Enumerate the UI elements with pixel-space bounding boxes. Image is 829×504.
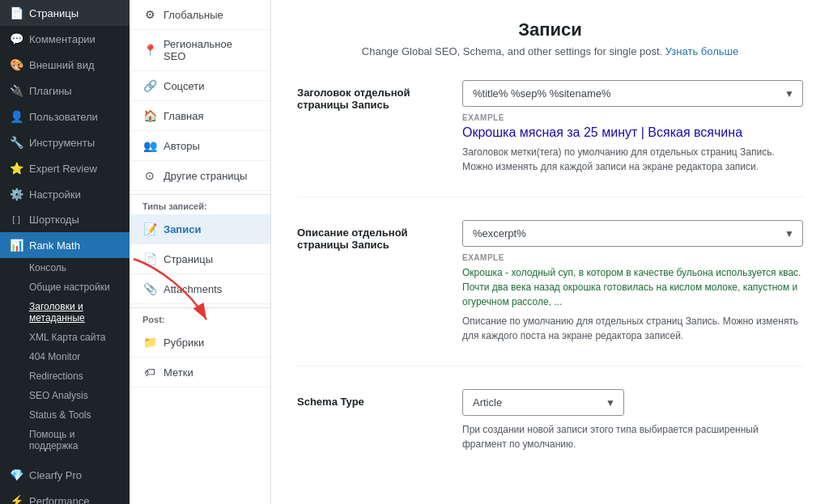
sidebar-item-comments[interactable]: 💬 Комментарии — [0, 26, 130, 52]
home-nav-icon: 🏠 — [142, 109, 157, 122]
post-section-label: Post: — [130, 307, 270, 328]
submenu-sitemap[interactable]: XML Карта сайта — [0, 328, 130, 347]
title-example-desc: Заголовок метки(тега) по умолчанию для о… — [462, 145, 803, 174]
submenu-seo-analysis[interactable]: SEO Analysis — [0, 386, 130, 405]
sidebar-item-plugins[interactable]: 🔌 Плагины — [0, 78, 130, 104]
excerpt-example-text: Окрошка - холодный суп, в котором в каче… — [462, 265, 803, 309]
clearfy-icon: 💎 — [10, 468, 23, 481]
nav-categories[interactable]: 📁 Рубрики — [130, 328, 270, 358]
nav-other-pages[interactable]: ⊙ Другие страницы — [130, 161, 270, 191]
sidebar-item-expert-review[interactable]: ⭐ Expert Review — [0, 155, 130, 181]
sidebar-item-clearfy[interactable]: 💎 Clearfy Pro — [0, 462, 130, 488]
settings-icon: ⚙️ — [10, 188, 23, 201]
nav-posts[interactable]: 📝 Записи — [130, 214, 270, 244]
sidebar-label-comments: Комментарии — [29, 33, 96, 45]
title-example-label: EXAMPLE — [462, 113, 803, 122]
sidebar-item-rank-math[interactable]: 📊 Rank Math — [0, 232, 130, 258]
sidebar-label-pages: Страницы — [29, 7, 79, 19]
sidebar-item-settings[interactable]: ⚙️ Настройки — [0, 181, 130, 207]
title-field-control: ▼ EXAMPLE Окрошка мясная за 25 минут | В… — [462, 80, 803, 177]
sidebar-item-performance[interactable]: ⚡ Performance — [0, 488, 130, 504]
sidebar-item-appearance[interactable]: 🎨 Внешний вид — [0, 52, 130, 78]
title-select-wrapper: ▼ — [462, 80, 803, 107]
schema-select[interactable]: Article BlogPosting NewsArticle None — [463, 390, 623, 415]
nav-label-categories: Рубрики — [164, 337, 204, 349]
sidebar-label-tools: Инструменты — [29, 137, 95, 149]
expert-icon: ⭐ — [10, 162, 23, 175]
sidebar-item-shortcodes[interactable]: [] Шорткоды — [0, 207, 130, 232]
schema-example-desc: При создании новой записи этого типа выб… — [462, 422, 803, 451]
appearance-icon: 🎨 — [10, 58, 23, 71]
sidebar-item-users[interactable]: 👤 Пользователи — [0, 104, 130, 129]
content-panel: Записи Change Global SEO, Schema, and ot… — [271, 0, 829, 504]
tools-icon: 🔧 — [10, 136, 23, 149]
sidebar-label-performance: Performance — [29, 495, 89, 505]
submenu-404[interactable]: 404 Monitor — [0, 347, 130, 366]
sidebar-label-clearfy: Clearfy Pro — [29, 469, 82, 481]
nav-attachments[interactable]: 📎 Attachments — [130, 274, 270, 304]
pages-icon: 📄 — [10, 6, 23, 19]
page-subtitle: Change Global SEO, Schema, and other set… — [297, 45, 803, 57]
sidebar-label-expert: Expert Review — [29, 163, 97, 175]
desc-input[interactable] — [463, 221, 802, 246]
attachments-nav-icon: 📎 — [142, 282, 157, 295]
sidebar-label-shortcodes: Шорткоды — [29, 214, 79, 226]
nav-authors[interactable]: 👥 Авторы — [130, 131, 270, 161]
local-seo-nav-icon: 📍 — [142, 44, 157, 57]
sidebar-label-settings: Настройки — [29, 188, 81, 201]
nav-label-attachments: Attachments — [164, 283, 222, 295]
nav-label-pages: Страницы — [164, 253, 213, 265]
submenu-help[interactable]: Помощь и поддержка — [0, 425, 130, 455]
sidebar-label-users: Пользователи — [29, 111, 98, 123]
title-example-title: Окрошка мясная за 25 минут | Всякая всяч… — [462, 125, 803, 140]
title-input[interactable] — [463, 81, 802, 106]
sidebar-item-tools[interactable]: 🔧 Инструменты — [0, 129, 130, 155]
sidebar-label-appearance: Внешний вид — [29, 59, 95, 71]
left-nav: ⚙ Глобальные 📍 Региональное SEO 🔗 Соцсет… — [130, 0, 271, 504]
nav-pages[interactable]: 📄 Страницы — [130, 244, 270, 274]
nav-label-home: Главная — [164, 110, 203, 122]
desc-field-label: Описание отдельной страницы Запись — [297, 220, 443, 251]
nav-local-seo[interactable]: 📍 Региональное SEO — [130, 30, 270, 71]
plugins-icon: 🔌 — [10, 84, 23, 97]
rank-math-submenu: Консоль Общие настройки Заголовки и мета… — [0, 258, 130, 455]
nav-label-authors: Авторы — [164, 140, 200, 152]
nav-tags[interactable]: 🏷 Метки — [130, 358, 270, 388]
rank-math-icon: 📊 — [10, 239, 23, 252]
schema-select-wrapper: Article BlogPosting NewsArticle None ▼ — [462, 389, 624, 416]
title-field-label: Заголовок отдельной страницы Запись — [297, 80, 443, 111]
pages-nav-icon: 📄 — [142, 252, 157, 265]
desc-setting-row: Описание отдельной страницы Запись ▼ EXA… — [297, 220, 803, 366]
categories-nav-icon: 📁 — [142, 336, 157, 349]
other-pages-nav-icon: ⊙ — [142, 169, 157, 182]
main-area: ⚙ Глобальные 📍 Региональное SEO 🔗 Соцсет… — [130, 0, 829, 504]
schema-field-control: Article BlogPosting NewsArticle None ▼ П… — [462, 389, 803, 455]
sidebar-item-pages[interactable]: 📄 Страницы — [0, 0, 130, 26]
nav-label-local-seo: Региональное SEO — [164, 38, 257, 62]
global-nav-icon: ⚙ — [142, 8, 157, 21]
submenu-console[interactable]: Консоль — [0, 258, 130, 277]
nav-label-social: Соцсети — [164, 80, 204, 92]
authors-nav-icon: 👥 — [142, 139, 157, 152]
sidebar-label-rank-math: Rank Math — [29, 239, 80, 252]
performance-icon: ⚡ — [10, 494, 23, 504]
post-types-section-label: Типы записей: — [130, 194, 270, 214]
tags-nav-icon: 🏷 — [142, 366, 157, 379]
submenu-titles[interactable]: Заголовки и метаданные — [0, 297, 130, 328]
nav-label-other-pages: Другие страницы — [164, 170, 247, 182]
learn-more-link[interactable]: Узнать больше — [665, 45, 738, 57]
nav-label-tags: Метки — [164, 366, 193, 379]
nav-home[interactable]: 🏠 Главная — [130, 101, 270, 131]
users-icon: 👤 — [10, 110, 23, 123]
nav-global[interactable]: ⚙ Глобальные — [130, 0, 270, 30]
sidebar: 📄 Страницы 💬 Комментарии 🎨 Внешний вид 🔌… — [0, 0, 130, 504]
nav-label-global: Глобальные — [164, 9, 223, 21]
nav-social[interactable]: 🔗 Соцсети — [130, 71, 270, 101]
comments-icon: 💬 — [10, 32, 23, 45]
submenu-redirections[interactable]: Redirections — [0, 366, 130, 386]
social-nav-icon: 🔗 — [142, 79, 157, 92]
submenu-general[interactable]: Общие настройки — [0, 277, 130, 297]
submenu-status[interactable]: Status & Tools — [0, 405, 130, 425]
sidebar-label-plugins: Плагины — [29, 85, 72, 97]
page-title: Записи — [297, 19, 803, 40]
